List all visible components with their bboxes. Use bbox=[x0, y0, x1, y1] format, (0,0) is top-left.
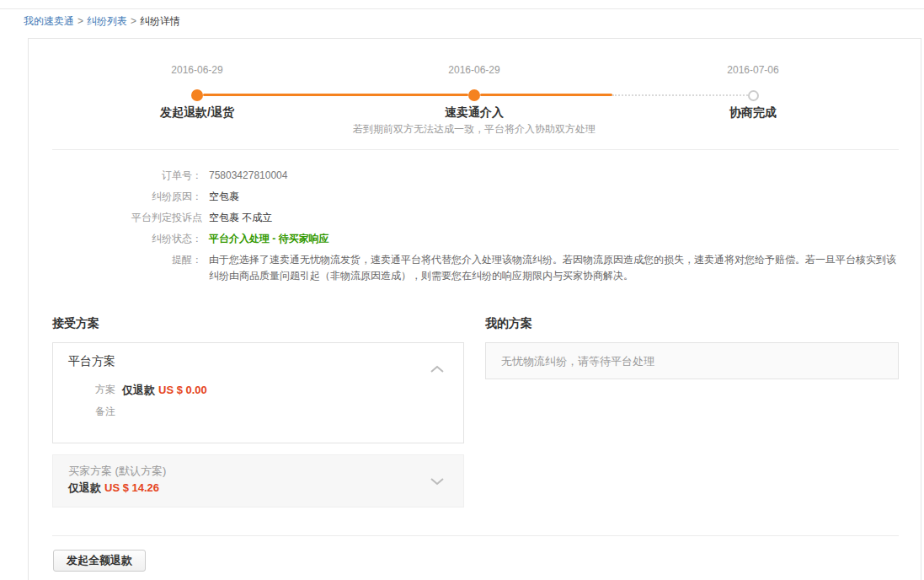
timeline-step1-date: 2016-06-29 bbox=[62, 64, 332, 76]
dispute-status-value: 平台介入处理 - 待买家响应 bbox=[209, 228, 329, 250]
dispute-reason-value: 空包裹 bbox=[209, 186, 239, 207]
platform-plan-remark-row: 备注 bbox=[53, 405, 463, 419]
accepted-plans-column: 接受方案 平台方案 方案 仅退款 US $ 0.00 备注 买家方案 (默认方案… bbox=[52, 316, 464, 508]
breadcrumb-link-my-aliexpress[interactable]: 我的速卖通 bbox=[24, 15, 74, 27]
timeline-dot-step3 bbox=[748, 90, 759, 101]
dispute-details: 订单号： 75803427810004 纠纷原因： 空包裹 平台判定投诉点 空包… bbox=[29, 165, 921, 284]
detail-row-platform-judgement: 平台判定投诉点 空包裹 不成立 bbox=[29, 207, 921, 228]
timeline-segment-pending bbox=[612, 94, 748, 96]
chevron-down-icon[interactable] bbox=[430, 477, 445, 486]
my-plan-column: 我的方案 无忧物流纠纷，请等待平台处理 bbox=[485, 316, 899, 508]
timeline-segment-partial bbox=[480, 94, 612, 96]
buyer-plan-card[interactable]: 买家方案 (默认方案) 仅退款US $ 14.26 bbox=[52, 454, 464, 508]
chevron-up-icon[interactable] bbox=[430, 365, 445, 373]
plan-type-value: 仅退款 bbox=[122, 383, 155, 397]
full-refund-button[interactable]: 发起全额退款 bbox=[53, 550, 146, 572]
my-plan-message: 无忧物流纠纷，请等待平台处理 bbox=[501, 355, 654, 368]
timeline-step3-date: 2016-07-06 bbox=[618, 64, 888, 76]
my-plan-title: 我的方案 bbox=[485, 316, 899, 332]
platform-plan-header[interactable]: 平台方案 bbox=[53, 343, 463, 369]
platform-judgement-value: 空包裹 不成立 bbox=[209, 207, 272, 228]
dispute-status-label: 纠纷状态： bbox=[29, 228, 202, 250]
detail-row-dispute-status: 纠纷状态： 平台介入处理 - 待买家响应 bbox=[29, 228, 921, 250]
my-plan-message-box: 无忧物流纠纷，请等待平台处理 bbox=[485, 342, 899, 379]
actions-divider bbox=[52, 535, 899, 536]
timeline-step2-label: 速卖通介入 bbox=[339, 105, 609, 121]
breadcrumb-separator: > bbox=[131, 15, 136, 27]
timeline-step2-date: 2016-06-29 bbox=[339, 64, 609, 76]
buyer-plan-amount-row: 仅退款US $ 14.26 bbox=[68, 481, 430, 496]
detail-row-order-number: 订单号： 75803427810004 bbox=[29, 165, 921, 186]
breadcrumb-current-dispute-detail: 纠纷详情 bbox=[140, 15, 180, 27]
platform-judgement-label: 平台判定投诉点 bbox=[29, 207, 202, 228]
timeline-step2-note: 若到期前双方无法达成一致，平台将介入协助双方处理 bbox=[272, 122, 676, 137]
timeline-dot-step2 bbox=[468, 89, 480, 101]
buyer-plan-amount: US $ 14.26 bbox=[104, 481, 159, 494]
detail-row-reminder: 提醒： 由于您选择了速卖通无忧物流发货，速卖通平台将代替您介入处理该物流纠纷。若… bbox=[29, 252, 921, 284]
reminder-label: 提醒： bbox=[29, 252, 202, 284]
platform-plan-row: 方案 仅退款 US $ 0.00 bbox=[53, 383, 463, 397]
accepted-plans-title: 接受方案 bbox=[52, 316, 464, 332]
platform-plan-amount: US $ 0.00 bbox=[158, 383, 207, 397]
section-divider bbox=[52, 149, 899, 150]
dispute-detail-panel: 2016-06-29 发起退款/退货 2016-06-29 速卖通介入 若到期前… bbox=[28, 38, 921, 580]
breadcrumb-separator: > bbox=[77, 15, 83, 27]
top-divider bbox=[0, 8, 924, 9]
reminder-text: 由于您选择了速卖通无忧物流发货，速卖通平台将代替您介入处理该物流纠纷。若因物流原… bbox=[209, 252, 898, 284]
order-number-label: 订单号： bbox=[29, 165, 202, 186]
detail-row-dispute-reason: 纠纷原因： 空包裹 bbox=[29, 186, 921, 207]
order-number-value: 75803427810004 bbox=[209, 165, 287, 186]
timeline-step1-label: 发起退款/退货 bbox=[62, 105, 332, 121]
timeline-step3-label: 协商完成 bbox=[618, 105, 888, 121]
timeline-segment-done bbox=[203, 94, 468, 96]
dispute-progress-timeline: 2016-06-29 发起退款/退货 2016-06-29 速卖通介入 若到期前… bbox=[29, 39, 921, 149]
plans-section: 接受方案 平台方案 方案 仅退款 US $ 0.00 备注 买家方案 (默认方案… bbox=[52, 316, 899, 508]
breadcrumb: 我的速卖通>纠纷列表>纠纷详情 bbox=[24, 14, 924, 29]
remark-label: 备注 bbox=[53, 405, 115, 419]
dispute-reason-label: 纠纷原因： bbox=[29, 186, 202, 207]
plan-label: 方案 bbox=[53, 383, 115, 397]
platform-plan-card: 平台方案 方案 仅退款 US $ 0.00 备注 bbox=[52, 342, 464, 443]
breadcrumb-link-dispute-list[interactable]: 纠纷列表 bbox=[87, 15, 127, 27]
buyer-plan-type: 仅退款 bbox=[68, 481, 101, 494]
timeline-dot-step1 bbox=[191, 89, 203, 101]
buyer-plan-title: 买家方案 (默认方案) bbox=[68, 464, 430, 479]
